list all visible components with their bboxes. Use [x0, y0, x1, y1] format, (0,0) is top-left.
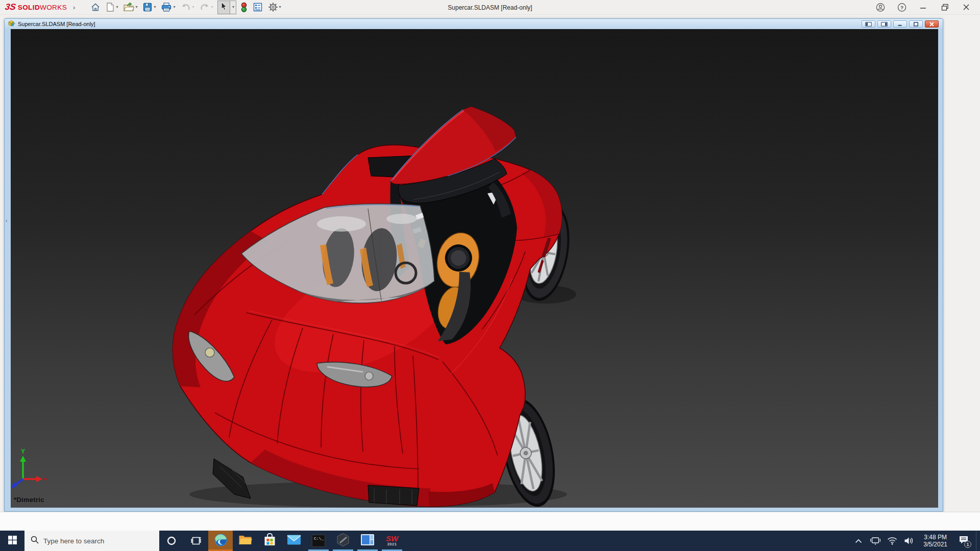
account-button[interactable]	[876, 3, 885, 12]
new-document-button[interactable]: ▾	[104, 1, 120, 14]
taskbar-item-store[interactable]	[257, 531, 282, 551]
gear-icon	[268, 2, 278, 12]
save-floppy-icon	[142, 2, 153, 12]
windows-taskbar: C:\_ SW 2021 3:48 PM	[0, 531, 980, 551]
command-prompt-icon: C:\_	[312, 535, 325, 547]
print-dropdown[interactable]: ▾	[173, 5, 175, 9]
start-button[interactable]	[0, 531, 24, 551]
new-document-dropdown[interactable]: ▾	[116, 5, 118, 9]
action-center-button[interactable]: 1	[955, 531, 972, 551]
quick-access-toolbar: ▾ ▾ ▾ ▾ ▾	[88, 1, 283, 14]
collapsed-pane-toggle[interactable]: ‹	[6, 218, 7, 223]
notification-badge: 1	[964, 541, 971, 548]
print-button[interactable]: ▾	[159, 1, 177, 14]
cortana-button[interactable]	[159, 531, 184, 551]
tray-wifi-icon[interactable]	[886, 531, 899, 551]
file-properties-button[interactable]	[251, 1, 265, 14]
edge-icon	[214, 533, 228, 549]
redo-dropdown: ▾	[211, 5, 213, 9]
clock-date: 3/5/2021	[923, 541, 947, 548]
taskbar-item-terminal[interactable]: C:\_	[306, 531, 331, 551]
document-restore-button[interactable]	[909, 20, 923, 28]
taskbar-item-file-explorer[interactable]	[233, 531, 257, 551]
home-icon	[90, 2, 101, 12]
open-folder-icon	[123, 2, 134, 12]
new-document-icon	[106, 2, 115, 12]
taskbar-item-solidworks[interactable]: SW 2021	[380, 531, 404, 551]
file-properties-icon	[253, 2, 263, 12]
assembly-document-icon	[8, 19, 15, 29]
options-dropdown[interactable]: ▾	[279, 5, 281, 9]
rebuild-traffic-light-icon	[240, 2, 248, 13]
svg-text:Y: Y	[21, 448, 25, 455]
svg-text:?: ?	[900, 5, 903, 10]
solidworks-logo: 3S SOLID WORKS	[5, 2, 67, 12]
undo-icon	[180, 3, 191, 12]
undo-button[interactable]: ▾	[178, 1, 196, 13]
tray-clock[interactable]: 3:48 PM 3/5/2021	[919, 534, 951, 548]
tray-display-icon[interactable]	[869, 531, 882, 551]
redo-icon	[200, 3, 210, 12]
microsoft-store-icon	[263, 533, 276, 548]
show-right-pane-button[interactable]	[877, 20, 891, 28]
tray-expand-chevron-icon[interactable]	[852, 531, 865, 551]
show-left-pane-button[interactable]	[862, 20, 875, 28]
system-tray: 3:48 PM 3/5/2021 1	[852, 531, 980, 551]
show-desktop-button[interactable]	[976, 531, 979, 551]
file-explorer-icon	[238, 534, 252, 548]
taskbar-search[interactable]	[24, 531, 159, 551]
restore-button[interactable]	[940, 3, 949, 12]
tray-volume-icon[interactable]	[902, 531, 916, 551]
close-button[interactable]	[962, 3, 971, 12]
select-tool-button[interactable]	[217, 1, 230, 14]
open-button[interactable]: ▾	[121, 1, 139, 14]
brand-3s-glyph: 3S	[5, 2, 17, 12]
search-input[interactable]	[43, 537, 145, 545]
options-button[interactable]: ▾	[266, 1, 283, 14]
open-dropdown[interactable]: ▾	[135, 5, 137, 9]
supercar-3d-model: Y	[11, 29, 938, 508]
task-view-button[interactable]	[184, 531, 208, 551]
display-app-icon	[360, 534, 375, 548]
taskbar-item-display-app[interactable]	[355, 531, 380, 551]
mail-icon	[287, 534, 301, 547]
document-window: Supercar.SLDASM [Read-only]	[4, 18, 943, 512]
hexagon-app-icon	[336, 533, 350, 549]
reference-triad: Y	[11, 448, 47, 488]
redo-button[interactable]: ▾	[198, 1, 215, 13]
status-strip	[0, 512, 980, 531]
app-titlebar: 3S SOLID WORKS › ▾ ▾ ▾	[0, 0, 980, 15]
help-button[interactable]: ?	[897, 3, 906, 12]
document-titlebar[interactable]: Supercar.SLDASM [Read-only]	[5, 19, 943, 29]
taskbar-item-hexagon-app[interactable]	[331, 531, 355, 551]
search-icon	[31, 536, 39, 546]
taskbar-item-edge[interactable]	[208, 531, 233, 551]
save-button[interactable]: ▾	[140, 1, 158, 14]
solidworks-2021-icon: SW 2021	[386, 535, 398, 546]
document-title: Supercar.SLDASM [Read-only]	[18, 21, 95, 27]
app-window-controls: ?	[876, 3, 980, 12]
app-window-title: Supercar.SLDASM [Read-only]	[448, 4, 532, 11]
home-button[interactable]	[88, 1, 103, 14]
windows-logo-icon	[8, 536, 17, 546]
graphics-viewport[interactable]: Y *Dimetric	[11, 29, 938, 508]
minimize-button[interactable]	[919, 3, 928, 12]
document-window-buttons	[862, 20, 939, 28]
save-dropdown[interactable]: ▾	[154, 5, 156, 9]
rebuild-button[interactable]	[238, 1, 250, 14]
taskbar-item-mail[interactable]	[282, 531, 306, 551]
undo-dropdown: ▾	[192, 5, 194, 9]
view-orientation-label: *Dimetric	[14, 496, 44, 504]
select-tool-dropdown[interactable]: ▾	[230, 1, 236, 14]
toolbar-overflow-chevron-icon[interactable]: ›	[73, 4, 75, 11]
document-close-button[interactable]	[925, 20, 939, 28]
document-minimize-button[interactable]	[893, 20, 907, 28]
clock-time: 3:48 PM	[923, 534, 947, 541]
print-icon	[161, 2, 172, 12]
select-cursor-icon	[219, 2, 228, 13]
select-tool-group: ▾	[217, 1, 236, 14]
